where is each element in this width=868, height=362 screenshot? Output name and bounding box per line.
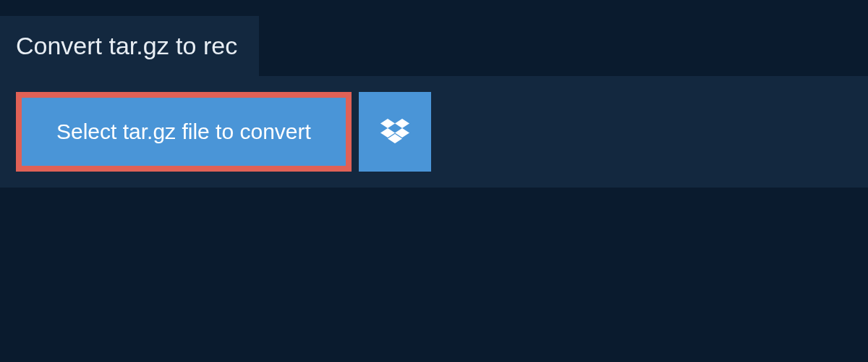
header-tab: Convert tar.gz to rec [0,16,259,76]
select-file-button[interactable]: Select tar.gz file to convert [16,92,352,172]
upload-panel: Select tar.gz file to convert [0,76,868,188]
upload-row: Select tar.gz file to convert [16,92,852,172]
page-title: Convert tar.gz to rec [16,32,237,60]
dropbox-button[interactable] [359,92,431,172]
dropbox-icon [380,119,409,145]
select-file-label: Select tar.gz file to convert [56,119,311,144]
